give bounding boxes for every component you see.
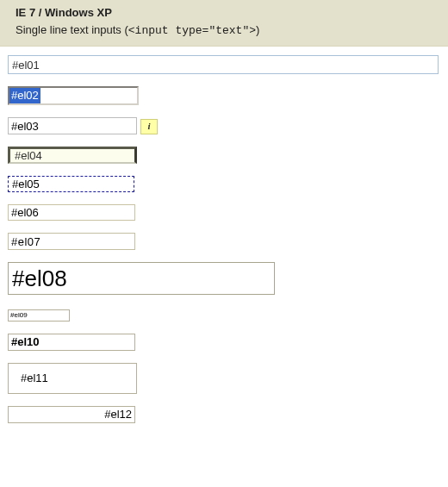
input-el06[interactable] [8, 204, 135, 221]
row-el06 [8, 204, 440, 221]
header-subtitle-code: <input type="text"> [128, 24, 256, 37]
autofill-indicator-icon: i [140, 119, 158, 134]
input-el11[interactable] [8, 363, 137, 394]
row-el07 [8, 233, 440, 250]
input-el01[interactable] [8, 55, 439, 74]
input-el04[interactable] [8, 147, 137, 164]
header-title: IE 7 / Windows XP [16, 5, 439, 21]
row-el12 [8, 406, 440, 423]
row-el09 [8, 307, 440, 322]
header: IE 7 / Windows XP Single line text input… [0, 0, 448, 47]
input-el02-selection: #el02 [9, 88, 40, 103]
input-el02[interactable]: #el02 [8, 86, 139, 105]
header-subtitle: Single line text inputs (<input type="te… [16, 22, 439, 39]
content: #el02 i [0, 47, 448, 453]
row-el01 [8, 55, 440, 74]
row-el11 [8, 363, 440, 394]
row-el10 [8, 334, 440, 351]
row-el05 [8, 176, 440, 192]
header-subtitle-prefix: Single line text inputs ( [16, 23, 128, 36]
input-el05[interactable] [8, 176, 134, 192]
input-el09[interactable] [8, 309, 70, 322]
header-subtitle-suffix: ) [256, 23, 259, 36]
input-el07[interactable] [8, 233, 135, 250]
input-el10[interactable] [8, 334, 135, 351]
input-el08[interactable] [8, 262, 275, 295]
input-el03[interactable] [8, 117, 137, 134]
input-el12[interactable] [8, 406, 135, 423]
row-el04 [8, 147, 440, 164]
row-el02: #el02 [8, 86, 440, 105]
row-el08 [8, 262, 440, 295]
row-el03: i [8, 117, 440, 134]
